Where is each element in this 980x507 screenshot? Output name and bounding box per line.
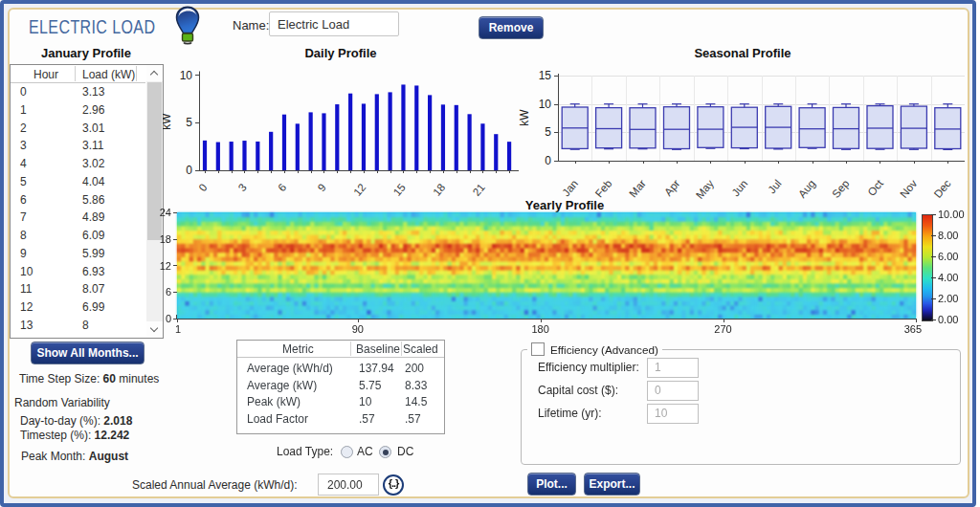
svg-text:180: 180 bbox=[531, 323, 548, 335]
svg-text:24: 24 bbox=[160, 207, 171, 218]
svg-text:3: 3 bbox=[236, 182, 249, 194]
svg-text:10: 10 bbox=[539, 98, 552, 111]
svg-text:5: 5 bbox=[186, 116, 192, 129]
svg-text:0: 0 bbox=[545, 154, 551, 167]
svg-text:6: 6 bbox=[166, 286, 171, 298]
svg-text:270: 270 bbox=[714, 323, 731, 335]
svg-text:90: 90 bbox=[352, 323, 364, 335]
svg-text:365: 365 bbox=[904, 323, 922, 335]
svg-text:9: 9 bbox=[316, 182, 328, 194]
svg-text:15: 15 bbox=[539, 69, 552, 82]
svg-text:6: 6 bbox=[276, 182, 288, 194]
svg-text:kW: kW bbox=[518, 109, 531, 126]
svg-text:18: 18 bbox=[160, 233, 171, 245]
svg-text:10: 10 bbox=[180, 69, 193, 82]
svg-text:0: 0 bbox=[196, 182, 209, 194]
svg-text:1: 1 bbox=[175, 323, 181, 335]
svg-text:Oct: Oct bbox=[865, 177, 885, 198]
svg-text:kW: kW bbox=[163, 113, 173, 130]
svg-text:5: 5 bbox=[545, 125, 551, 139]
svg-text:Jul: Jul bbox=[766, 178, 784, 196]
svg-text:Apr: Apr bbox=[662, 177, 682, 198]
svg-text:12: 12 bbox=[160, 260, 171, 272]
svg-text:0: 0 bbox=[186, 164, 192, 177]
svg-text:0: 0 bbox=[166, 313, 171, 324]
